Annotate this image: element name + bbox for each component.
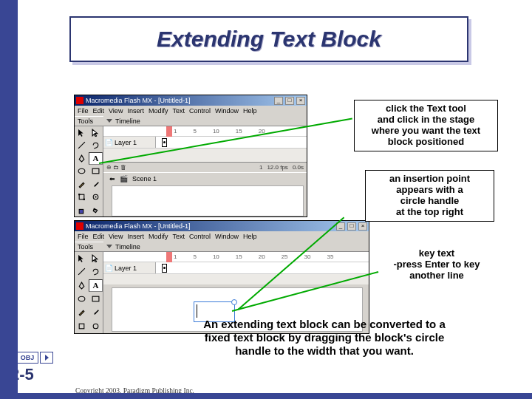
app2-titlebar: Macromedia Flash MX - [Untitled-1] _ □ × — [75, 221, 369, 231]
app1-stage[interactable] — [112, 185, 304, 216]
layer-icon: 📄 — [105, 265, 113, 272]
line-tool[interactable] — [75, 139, 89, 151]
fill-transform-tool[interactable] — [89, 320, 103, 332]
minimize-button[interactable]: _ — [274, 97, 283, 105]
menu-view[interactable]: View — [109, 107, 123, 115]
pencil-tool[interactable] — [75, 306, 89, 318]
tools-label: Tools — [78, 117, 93, 125]
keyframe-1[interactable] — [162, 264, 167, 273]
r10: 10 — [213, 253, 219, 260]
menu-modify[interactable]: Modify — [149, 233, 168, 240]
svg-point-7 — [95, 197, 96, 198]
svg-rect-11 — [92, 296, 99, 301]
svg-rect-8 — [79, 209, 83, 214]
summary-text: An extending text block can be converted… — [151, 318, 498, 358]
lasso-tool[interactable] — [89, 265, 103, 278]
oval-tool[interactable] — [75, 165, 89, 177]
menu-modify[interactable]: Modify — [149, 107, 168, 115]
svg-point-13 — [93, 324, 98, 329]
maximize-button[interactable]: □ — [347, 222, 356, 231]
layer-row-2[interactable]: 📄 Layer 1 — [103, 262, 369, 274]
playhead-icon[interactable] — [166, 252, 172, 262]
timeline-header[interactable]: Timeline — [103, 116, 307, 126]
subselect-tool[interactable] — [89, 126, 103, 139]
svg-rect-4 — [78, 194, 80, 195]
callout-2-text: an insertion point appears with a circle… — [389, 173, 470, 217]
subselect-tool[interactable] — [89, 252, 103, 265]
r20: 20 — [259, 253, 265, 260]
menu-file[interactable]: File — [78, 233, 89, 240]
nav-next-button[interactable] — [40, 352, 53, 364]
menu-file[interactable]: File — [78, 107, 89, 115]
brush-tool[interactable] — [89, 178, 103, 191]
svg-rect-12 — [79, 324, 84, 329]
obj-nav: OBJ — [1, 352, 53, 364]
menu-control[interactable]: Control — [189, 233, 211, 240]
menu-edit[interactable]: Edit — [93, 233, 105, 240]
slide-title-box: Extending Text Block — [69, 16, 468, 62]
fill-transform-tool[interactable] — [89, 191, 103, 203]
pencil-tool[interactable] — [75, 178, 89, 191]
app2-timeline: Timeline 1 5 10 15 20 25 30 35 📄 Layer 1 — [103, 242, 369, 284]
oval-tool[interactable] — [75, 293, 89, 305]
lasso-tool[interactable] — [89, 139, 103, 151]
callout-1: click the Text tool and click in the sta… — [354, 100, 498, 151]
menu-window[interactable]: Window — [215, 233, 239, 240]
menu-help[interactable]: Help — [243, 233, 257, 240]
transform-tool[interactable] — [75, 191, 89, 203]
transform-tool[interactable] — [75, 320, 89, 332]
layer-name: Layer 1 — [115, 139, 137, 146]
app1-toolbox: A — [75, 126, 103, 216]
close-button[interactable]: × — [358, 222, 367, 231]
layer-icon: 📄 — [105, 139, 113, 146]
text-tool[interactable]: A — [89, 279, 103, 292]
paint-bucket-tool[interactable] — [89, 204, 103, 216]
callout-2: an insertion point appears with a circle… — [365, 170, 494, 222]
playhead-icon[interactable] — [166, 126, 172, 137]
timeline-label: Timeline — [115, 117, 140, 125]
pen-tool[interactable] — [75, 152, 89, 165]
svg-rect-5 — [83, 199, 85, 200]
line-tool[interactable] — [75, 265, 89, 278]
r35: 35 — [327, 253, 333, 260]
menu-text[interactable]: Text — [172, 107, 185, 115]
menu-edit[interactable]: Edit — [93, 107, 105, 115]
ruler-1: 1 — [174, 128, 177, 134]
maximize-button[interactable]: □ — [285, 97, 294, 105]
menu-window[interactable]: Window — [215, 107, 239, 115]
close-button[interactable]: × — [296, 97, 305, 105]
slide-title: Extending Text Block — [157, 27, 381, 52]
ink-bottle-tool[interactable] — [75, 204, 89, 216]
tools-header-2: Tools — [75, 242, 103, 252]
keyframe-1[interactable] — [162, 138, 167, 147]
back-icon[interactable]: ⬅ — [109, 175, 115, 183]
circle-handle-icon[interactable] — [231, 299, 237, 305]
callout-1-text: click the Text tool and click in the sta… — [372, 103, 480, 147]
fps: 12.0 fps — [267, 164, 287, 171]
arrow-tool[interactable] — [75, 126, 89, 139]
menu-help[interactable]: Help — [243, 107, 257, 115]
brush-tool[interactable] — [89, 306, 103, 318]
rect-tool[interactable] — [89, 293, 103, 305]
scene-bar: ⬅ 🎬 Scene 1 — [103, 172, 307, 184]
app1-title: Macromedia Flash MX - [Untitled-1] — [86, 97, 272, 104]
scene-name[interactable]: Scene 1 — [132, 175, 157, 183]
rect-tool[interactable] — [89, 165, 103, 177]
svg-point-1 — [78, 168, 85, 174]
page-number: 2-5 — [10, 365, 34, 384]
arrow-tool[interactable] — [75, 252, 89, 265]
pen-tool[interactable] — [75, 279, 89, 292]
nav-prev-button[interactable] — [1, 352, 15, 364]
text-cursor-icon — [197, 304, 197, 318]
timeline-footer: ⊕ 🗀 🗑 1 12.0 fps 0.0s — [103, 162, 307, 172]
timeline-ruler-2[interactable]: 1 5 10 15 20 25 30 35 — [103, 252, 369, 262]
menu-insert[interactable]: Insert — [127, 233, 144, 240]
ruler-5: 5 — [193, 128, 196, 134]
menu-text[interactable]: Text — [172, 233, 185, 240]
timeline-header-2[interactable]: Timeline — [103, 242, 369, 252]
svg-line-0 — [78, 143, 85, 149]
menu-view[interactable]: View — [109, 233, 123, 240]
layer-row[interactable]: 📄 Layer 1 — [103, 137, 307, 149]
menu-control[interactable]: Control — [189, 107, 211, 115]
menu-insert[interactable]: Insert — [127, 107, 144, 115]
